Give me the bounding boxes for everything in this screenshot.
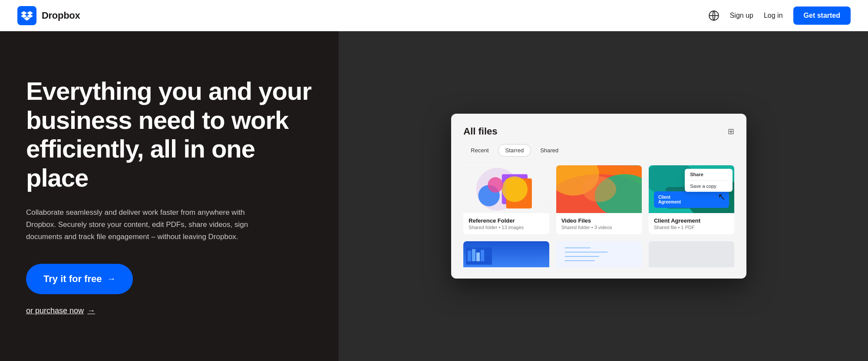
hero-headline: Everything you and your business need to… <box>26 77 313 193</box>
partial-thumb-2 <box>556 241 642 267</box>
partial-thumb-1 <box>463 241 549 267</box>
context-save-copy[interactable]: Save a copy <box>685 180 733 192</box>
file-card-3[interactable]: ⋮ Share Save a copy ClientAgreement ↖ <box>649 165 734 234</box>
log-in-link[interactable]: Log in <box>764 12 783 20</box>
tab-recent[interactable]: Recent <box>463 144 496 157</box>
sign-up-link[interactable]: Sign up <box>730 12 753 20</box>
mockup-tabs: Recent Starred Shared <box>463 144 734 157</box>
arrow-right-icon: → <box>107 274 116 284</box>
cursor-icon: ↖ <box>718 191 726 203</box>
tab-starred[interactable]: Starred <box>498 144 531 157</box>
svg-point-7 <box>488 177 504 193</box>
mockup-files-grid: Reference Folder Shared folder • 13 imag… <box>463 165 734 234</box>
navbar: Dropbox Sign up Log in Get started <box>0 0 868 31</box>
mockup-header: All files ⊞ <box>463 126 734 137</box>
hero-section: Everything you and your business need to… <box>0 31 868 361</box>
tab-shared[interactable]: Shared <box>533 144 566 157</box>
svg-rect-18 <box>468 251 471 261</box>
navbar-left: Dropbox <box>17 6 80 25</box>
file-meta-1: Shared folder • 13 images <box>469 225 544 230</box>
file-name-3: Client Agreement <box>654 217 729 224</box>
svg-rect-21 <box>481 250 484 261</box>
svg-rect-20 <box>476 253 480 261</box>
try-free-label: Try it for free <box>43 273 102 285</box>
file-card-1[interactable]: Reference Folder Shared folder • 13 imag… <box>463 165 549 234</box>
file-thumbnail-1 <box>463 165 549 213</box>
hero-left: Everything you and your business need to… <box>0 31 339 361</box>
hero-right: All files ⊞ Recent Starred Shared <box>339 31 868 361</box>
mockup-title: All files <box>463 126 497 137</box>
purchase-label: or purchase now <box>26 306 84 315</box>
file-info-3: Client Agreement Shared file • 1 PDF <box>649 213 734 234</box>
context-menu: Share Save a copy <box>685 169 733 192</box>
file-card-2[interactable]: Video Files Shared folder • 3 videos <box>556 165 642 234</box>
partial-thumb-3 <box>649 241 734 267</box>
file-meta-2: Shared folder • 3 videos <box>561 225 637 230</box>
get-started-button[interactable]: Get started <box>793 7 851 25</box>
try-free-button[interactable]: Try it for free → <box>26 264 133 294</box>
svg-point-12 <box>582 176 616 202</box>
file-info-2: Video Files Shared folder • 3 videos <box>556 213 642 234</box>
navbar-right: Sign up Log in Get started <box>708 7 851 25</box>
file-name-1: Reference Folder <box>469 217 544 224</box>
navbar-brand: Dropbox <box>42 10 80 21</box>
file-info-1: Reference Folder Shared folder • 13 imag… <box>463 213 549 234</box>
file-thumbnail-2 <box>556 165 642 213</box>
svg-rect-19 <box>472 249 475 261</box>
grid-view-icon[interactable]: ⊞ <box>728 127 734 136</box>
purchase-link[interactable]: or purchase now → <box>26 306 313 315</box>
partial-card-2 <box>556 241 642 267</box>
file-name-2: Video Files <box>561 217 637 224</box>
svg-point-5 <box>502 176 528 202</box>
globe-icon[interactable] <box>708 10 719 21</box>
svg-rect-22 <box>556 241 642 267</box>
partial-card-3 <box>649 241 734 267</box>
purchase-arrow-icon: → <box>87 306 95 315</box>
partial-card-1 <box>463 241 549 267</box>
mockup-second-row <box>463 241 734 267</box>
context-share[interactable]: Share <box>685 169 733 180</box>
hero-subtext: Collaborate seamlessly and deliver work … <box>26 207 261 243</box>
ui-mockup: All files ⊞ Recent Starred Shared <box>451 114 746 279</box>
file-meta-3: Shared file • 1 PDF <box>654 225 729 230</box>
file-thumbnail-3: ⋮ Share Save a copy ClientAgreement ↖ <box>649 165 734 213</box>
dropbox-logo-icon[interactable] <box>17 6 36 25</box>
